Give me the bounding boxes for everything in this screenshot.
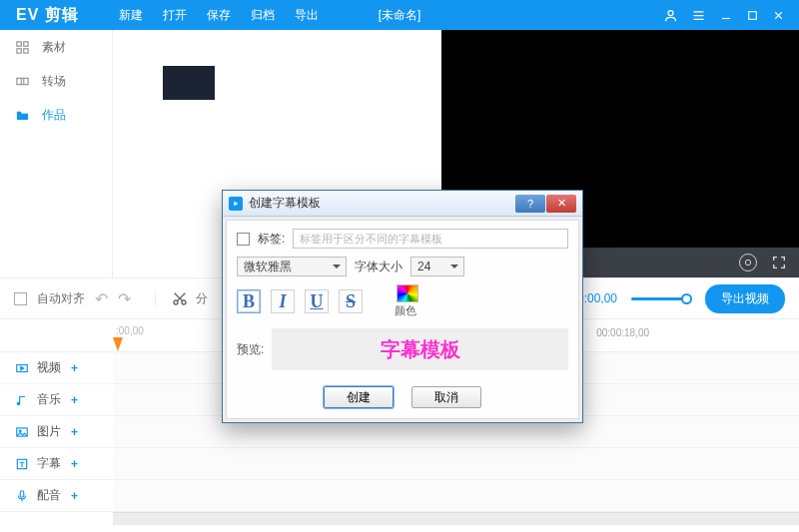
font-size-label: 字体大小 bbox=[355, 259, 402, 275]
cancel-button[interactable]: 取消 bbox=[411, 386, 481, 408]
dialog-scrim: 创建字幕模板 ? ✕ 标签: 微软雅黑 字体大小 24 B I U S bbox=[0, 0, 799, 532]
bold-button[interactable]: B bbox=[237, 289, 261, 313]
preview-label: 预览: bbox=[237, 341, 264, 358]
strike-button[interactable]: S bbox=[339, 289, 363, 313]
create-button[interactable]: 创建 bbox=[324, 386, 394, 408]
preview-text: 字幕模板 bbox=[381, 336, 460, 363]
tag-input[interactable] bbox=[293, 229, 568, 249]
italic-button[interactable]: I bbox=[271, 289, 295, 313]
font-family-select[interactable]: 微软雅黑 bbox=[237, 257, 347, 276]
color-picker[interactable] bbox=[397, 284, 418, 302]
preview-box: 字幕模板 bbox=[272, 328, 568, 370]
tag-label: 标签: bbox=[258, 231, 285, 248]
dialog-close-icon[interactable]: ✕ bbox=[546, 195, 576, 213]
underline-button[interactable]: U bbox=[305, 289, 329, 313]
font-size-select[interactable]: 24 bbox=[410, 257, 464, 276]
dialog-help-icon[interactable]: ? bbox=[515, 195, 545, 213]
app-icon bbox=[229, 197, 243, 211]
tag-checkbox[interactable] bbox=[237, 233, 250, 246]
dialog-titlebar[interactable]: 创建字幕模板 ? ✕ bbox=[223, 191, 582, 217]
color-label: 颜色 bbox=[395, 303, 416, 318]
create-subtitle-template-dialog: 创建字幕模板 ? ✕ 标签: 微软雅黑 字体大小 24 B I U S bbox=[222, 190, 583, 423]
dialog-title: 创建字幕模板 bbox=[249, 195, 321, 212]
